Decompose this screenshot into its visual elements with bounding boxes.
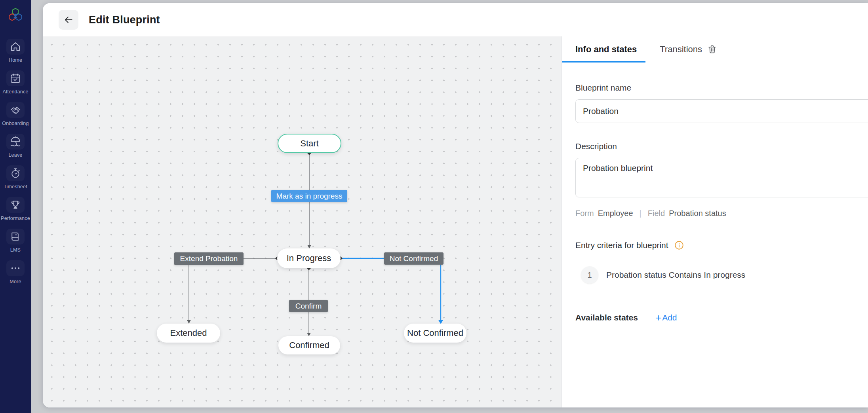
tab-label: Transitions xyxy=(660,44,702,55)
form-field-info: Form Employee | Field Probation status xyxy=(575,209,868,218)
blueprint-name-input[interactable] xyxy=(575,99,868,123)
state-node-not-confirmed[interactable]: Not Confirmed xyxy=(404,324,466,343)
beach-umbrella-icon xyxy=(6,134,25,150)
back-button[interactable] xyxy=(59,10,78,30)
transition-label-text: Not Confirmed xyxy=(390,254,438,263)
stopwatch-icon xyxy=(6,165,25,181)
page-title: Edit Blueprint xyxy=(89,14,160,26)
sidebar-item-home[interactable]: Home xyxy=(0,35,31,66)
criteria-text: Probation status Contains In progress xyxy=(606,270,745,280)
sidebar-item-label: Leave xyxy=(8,152,22,158)
sidebar-item-label: LMS xyxy=(10,247,21,253)
sidebar-item-attendance[interactable]: Attendance xyxy=(0,66,31,98)
handshake-icon xyxy=(6,102,25,118)
transition-label-confirm[interactable]: Confirm xyxy=(289,300,328,312)
sidebar-item-performance[interactable]: Performance xyxy=(0,193,31,225)
sidebar-item-leave[interactable]: Leave xyxy=(0,130,31,161)
add-state-label: Add xyxy=(662,313,677,322)
field-label: Field xyxy=(648,209,665,218)
delete-blueprint-button[interactable] xyxy=(707,44,718,55)
criteria-index-badge: 1 xyxy=(581,266,598,284)
transition-label-text: Mark as in progress xyxy=(276,192,343,201)
trash-icon xyxy=(707,44,718,55)
trophy-icon xyxy=(6,197,25,213)
field-value: Probation status xyxy=(669,209,726,218)
separator: | xyxy=(637,209,644,218)
plus-icon: + xyxy=(655,314,661,322)
transition-label-not-confirmed[interactable]: Not Confirmed xyxy=(384,252,444,265)
transition-label-text: Extend Probation xyxy=(180,254,238,263)
form-label: Form xyxy=(575,209,594,218)
add-state-button[interactable]: + Add xyxy=(655,313,677,322)
sidebar-item-more[interactable]: More xyxy=(0,256,31,288)
sidebar-item-label: Onboarding xyxy=(2,121,29,126)
sidebar-item-onboarding[interactable]: Onboarding xyxy=(0,98,31,130)
state-node-label: Start xyxy=(300,138,318,149)
entry-criteria-title: Entry criteria for blueprint xyxy=(575,241,668,250)
state-node-label: In Progress xyxy=(287,253,331,263)
calendar-check-icon xyxy=(6,70,25,86)
book-icon xyxy=(6,229,25,244)
sidebar-item-label: Timesheet xyxy=(4,184,27,189)
tab-transitions[interactable]: Transitions xyxy=(656,37,726,63)
page-header: Edit Blueprint xyxy=(43,3,868,36)
form-value: Employee xyxy=(598,209,633,218)
state-node-extended[interactable]: Extended xyxy=(157,324,220,343)
edit-blueprint-window: Edit Blueprint xyxy=(43,3,868,407)
state-node-start[interactable]: Start xyxy=(278,134,341,153)
blueprint-name-label: Blueprint name xyxy=(575,83,868,93)
details-panel: Info and states Transitions Blueprint na… xyxy=(562,36,868,407)
arrow-left-icon xyxy=(63,15,74,25)
sidebar-item-lms[interactable]: LMS xyxy=(0,225,31,256)
info-icon[interactable] xyxy=(674,240,684,250)
sidebar: Home Attendance Onboarding xyxy=(0,0,31,413)
state-node-label: Confirmed xyxy=(289,340,329,350)
sidebar-item-label: More xyxy=(10,279,21,284)
transition-label-text: Confirm xyxy=(295,302,322,311)
description-input[interactable]: Probation blueprint xyxy=(575,158,868,197)
transition-label-mark-as-in-progress[interactable]: Mark as in progress xyxy=(271,190,347,202)
tab-label: Info and states xyxy=(575,44,637,55)
state-node-confirmed[interactable]: Confirmed xyxy=(278,336,340,354)
tab-info-and-states[interactable]: Info and states xyxy=(562,37,645,63)
blueprint-canvas[interactable]: Start In Progress Extended Confirmed Not… xyxy=(43,36,562,407)
transition-label-extend-probation[interactable]: Extend Probation xyxy=(174,252,244,265)
sidebar-item-label: Attendance xyxy=(2,89,28,95)
ellipsis-icon xyxy=(6,260,25,276)
home-icon xyxy=(6,39,25,55)
state-node-in-progress[interactable]: In Progress xyxy=(277,248,341,268)
entry-criteria-item: 1 Probation status Contains In progress xyxy=(581,266,868,284)
description-label: Description xyxy=(575,142,868,151)
sidebar-item-label: Home xyxy=(9,57,22,63)
app-logo[interactable] xyxy=(7,6,24,26)
zoho-people-logo-icon xyxy=(7,6,24,25)
panel-tabs: Info and states Transitions xyxy=(562,36,868,63)
sidebar-item-label: Performance xyxy=(1,216,30,221)
sidebar-item-timesheet[interactable]: Timesheet xyxy=(0,161,31,193)
available-states-title: Available states xyxy=(575,313,638,322)
state-node-label: Extended xyxy=(170,328,207,338)
state-node-label: Not Confirmed xyxy=(407,328,463,338)
